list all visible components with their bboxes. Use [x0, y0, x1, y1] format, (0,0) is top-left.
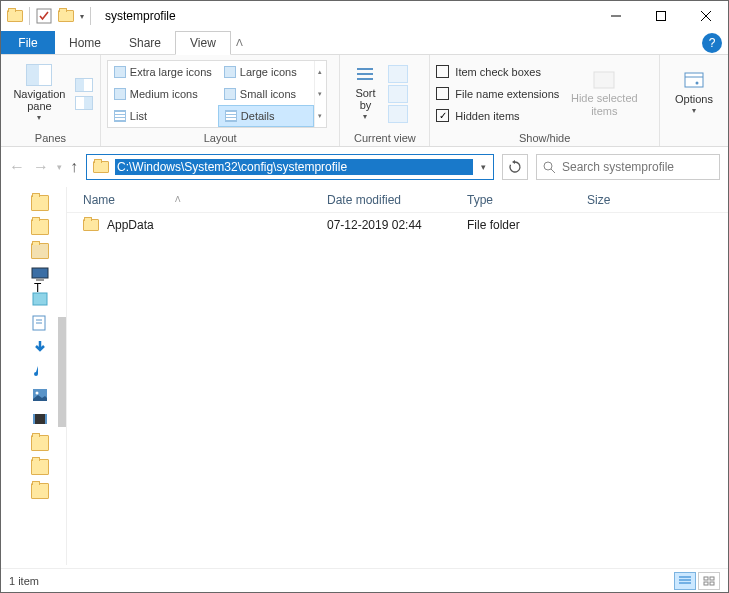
tree-item[interactable]	[31, 315, 49, 331]
column-header-size[interactable]: Size	[587, 193, 647, 207]
ribbon-collapse-icon[interactable]: ᐱ	[231, 37, 249, 48]
svg-rect-29	[704, 582, 708, 585]
group-label-panes: Panes	[1, 132, 100, 146]
svg-rect-15	[33, 293, 47, 305]
maximize-button[interactable]	[638, 1, 683, 31]
tree-item[interactable]	[31, 459, 49, 475]
up-button[interactable]: ↑	[70, 158, 78, 176]
layout-medium[interactable]: Medium icons	[108, 83, 218, 105]
options-icon	[682, 71, 706, 91]
back-button[interactable]: ←	[9, 158, 25, 176]
svg-rect-2	[656, 12, 665, 21]
svg-rect-7	[357, 78, 373, 80]
table-row[interactable]: AppData 07-12-2019 02:44 File folder	[67, 213, 728, 237]
address-path[interactable]: C:\Windows\System32\config\systemprofile	[115, 159, 473, 175]
large-icon	[224, 66, 236, 78]
tree-item-pictures[interactable]	[31, 387, 49, 403]
tree-item-downloads[interactable]	[31, 339, 49, 355]
layout-small[interactable]: Small icons	[218, 83, 314, 105]
svg-rect-9	[685, 73, 703, 87]
hide-selected-label: Hide selected items	[571, 92, 638, 116]
tree-scrollbar[interactable]	[58, 317, 66, 427]
qat-separator-2	[90, 7, 91, 25]
qat-dropdown-icon[interactable]: ▾	[80, 12, 84, 21]
help-button[interactable]: ?	[702, 33, 722, 53]
add-columns-icon[interactable]	[388, 85, 408, 103]
file-name: AppData	[107, 218, 154, 232]
file-list[interactable]: Nameᐱ Date modified Type Size AppData 07…	[67, 187, 728, 565]
hide-selected-icon	[592, 70, 616, 90]
layout-details[interactable]: Details	[218, 105, 314, 127]
tree-item[interactable]	[31, 219, 49, 235]
checkbox-unchecked-icon	[436, 87, 449, 100]
recent-locations-button[interactable]: ▾	[57, 162, 62, 172]
svg-rect-14	[36, 279, 44, 281]
minimize-button[interactable]	[593, 1, 638, 31]
layout-extra-large[interactable]: Extra large icons	[108, 61, 218, 83]
group-by-icon[interactable]	[388, 65, 408, 83]
search-input[interactable]: Search systemprofile	[536, 154, 720, 180]
address-dropdown-icon[interactable]: ▾	[473, 162, 493, 172]
small-icon	[224, 88, 236, 100]
tree-item[interactable]	[31, 243, 49, 259]
tree-item[interactable]	[31, 435, 49, 451]
hide-selected-items-button: Hide selected items	[569, 61, 639, 127]
column-header-name[interactable]: Nameᐱ	[67, 193, 327, 207]
navigation-pane-label: Navigation pane	[13, 88, 65, 112]
medium-icon	[114, 88, 126, 100]
svg-rect-21	[33, 414, 47, 424]
tab-file[interactable]: File	[1, 31, 55, 54]
address-bar[interactable]: C:\Windows\System32\config\systemprofile…	[86, 154, 494, 180]
options-button[interactable]: Options ▾	[666, 61, 722, 127]
options-label: Options	[675, 93, 713, 105]
file-date: 07-12-2019 02:44	[327, 218, 467, 232]
layout-scroll-up[interactable]: ▴	[315, 61, 326, 83]
item-check-boxes-toggle[interactable]: Item check boxes	[436, 61, 559, 83]
sort-by-label: Sort by	[355, 87, 375, 111]
app-icon	[7, 10, 23, 22]
tree-item-pc[interactable]: T	[31, 267, 49, 283]
refresh-button[interactable]	[502, 154, 528, 180]
tree-item[interactable]	[31, 291, 49, 307]
tab-home[interactable]: Home	[55, 31, 115, 54]
details-view-toggle[interactable]	[674, 572, 696, 590]
chevron-down-icon: ▾	[37, 114, 41, 123]
search-placeholder: Search systemprofile	[562, 160, 674, 174]
file-name-extensions-toggle[interactable]: File name extensions	[436, 83, 559, 105]
svg-line-12	[551, 169, 555, 173]
navigation-pane-button[interactable]: Navigation pane ▾	[7, 61, 71, 127]
group-label-current-view: Current view	[340, 132, 429, 146]
details-pane-icon[interactable]	[75, 96, 93, 110]
tree-item[interactable]	[31, 195, 49, 211]
navigation-tree[interactable]: T	[1, 187, 67, 565]
tab-share[interactable]: Share	[115, 31, 175, 54]
hidden-items-toggle[interactable]: ✓Hidden items	[436, 105, 559, 127]
checkbox-checked-icon: ✓	[436, 109, 449, 122]
sort-icon	[355, 65, 375, 85]
column-header-date[interactable]: Date modified	[327, 193, 467, 207]
tree-item[interactable]	[31, 483, 49, 499]
sort-by-button[interactable]: Sort by ▾	[346, 61, 384, 127]
layout-list[interactable]: List	[108, 105, 218, 127]
tree-item-videos[interactable]	[31, 411, 49, 427]
extra-large-icon	[114, 66, 126, 78]
layout-large[interactable]: Large icons	[218, 61, 314, 83]
column-header-type[interactable]: Type	[467, 193, 587, 207]
tab-view[interactable]: View	[175, 31, 231, 55]
tree-item-music[interactable]	[31, 363, 49, 379]
close-button[interactable]	[683, 1, 728, 31]
layout-expand[interactable]: ▾	[315, 105, 326, 127]
forward-button: →	[33, 158, 49, 176]
large-icons-view-toggle[interactable]	[698, 572, 720, 590]
qat-folder-icon[interactable]	[58, 10, 74, 22]
size-columns-icon[interactable]	[388, 105, 408, 123]
file-type: File folder	[467, 218, 587, 232]
svg-point-20	[36, 392, 39, 395]
group-label-show-hide: Show/hide	[430, 132, 659, 146]
preview-pane-icon[interactable]	[75, 78, 93, 92]
layout-scroll-down[interactable]: ▾	[315, 83, 326, 105]
svg-rect-30	[710, 582, 714, 585]
chevron-down-icon: ▾	[363, 113, 367, 122]
svg-rect-13	[32, 268, 48, 278]
qat-check-icon[interactable]	[36, 8, 52, 24]
